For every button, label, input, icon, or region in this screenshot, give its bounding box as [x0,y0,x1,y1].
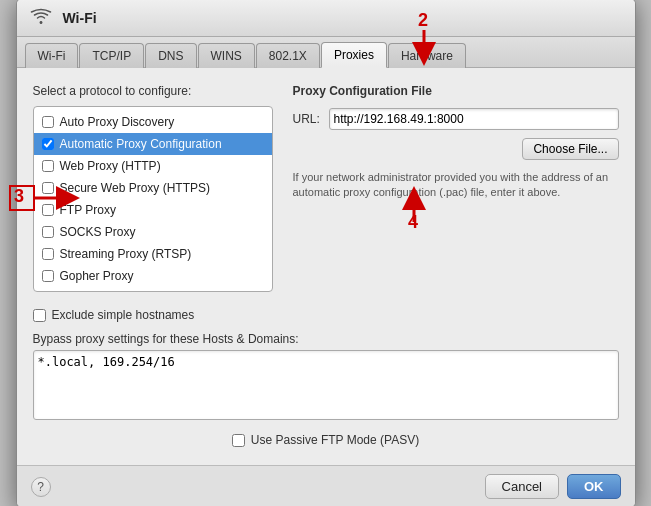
tab-wifi[interactable]: Wi-Fi [25,43,79,68]
protocol-socks-proxy[interactable]: SOCKS Proxy [34,221,272,243]
proxy-config-title: Proxy Configuration File [293,84,619,98]
streaming-proxy-checkbox[interactable] [42,248,54,260]
web-proxy-checkbox[interactable] [42,160,54,172]
protocol-section-label: Select a protocol to configure: [33,84,273,98]
protocol-automatic-proxy-config[interactable]: Automatic Proxy Configuration [34,133,272,155]
ok-button[interactable]: OK [567,474,621,499]
automatic-proxy-checkbox[interactable] [42,138,54,150]
url-label: URL: [293,112,321,126]
auto-proxy-checkbox[interactable] [42,116,54,128]
gopher-proxy-label: Gopher Proxy [60,269,134,283]
socks-proxy-label: SOCKS Proxy [60,225,136,239]
protocol-auto-proxy-discovery[interactable]: Auto Proxy Discovery [34,111,272,133]
url-input[interactable] [329,108,619,130]
ftp-proxy-checkbox[interactable] [42,204,54,216]
protocol-web-proxy[interactable]: Web Proxy (HTTP) [34,155,272,177]
tab-dns[interactable]: DNS [145,43,196,68]
choose-file-button[interactable]: Choose File... [522,138,618,160]
exclude-hostnames-checkbox[interactable] [33,309,46,322]
bypass-textarea[interactable]: *.local, 169.254/16 [33,350,619,420]
protocol-streaming-proxy[interactable]: Streaming Proxy (RTSP) [34,243,272,265]
web-proxy-label: Web Proxy (HTTP) [60,159,161,173]
passive-ftp-label: Use Passive FTP Mode (PASV) [251,433,419,447]
secure-web-proxy-checkbox[interactable] [42,182,54,194]
tab-tcpip[interactable]: TCP/IP [79,43,144,68]
passive-ftp-checkbox[interactable] [232,434,245,447]
protocol-ftp-proxy[interactable]: FTP Proxy [34,199,272,221]
automatic-proxy-label: Automatic Proxy Configuration [60,137,222,151]
window-title: Wi-Fi [63,10,97,26]
tab-proxies[interactable]: Proxies [321,42,387,68]
ftp-proxy-label: FTP Proxy [60,203,116,217]
protocol-gopher-proxy[interactable]: Gopher Proxy [34,265,272,287]
wifi-icon [29,7,53,28]
bypass-label: Bypass proxy settings for these Hosts & … [33,332,619,346]
protocol-secure-web-proxy[interactable]: Secure Web Proxy (HTTPS) [34,177,272,199]
help-button[interactable]: ? [31,477,51,497]
tab-wins[interactable]: WINS [198,43,255,68]
cancel-button[interactable]: Cancel [485,474,559,499]
tab-8021x[interactable]: 802.1X [256,43,320,68]
protocol-list: Auto Proxy Discovery Automatic Proxy Con… [33,106,273,292]
tab-hardware[interactable]: Hardware [388,43,466,68]
socks-proxy-checkbox[interactable] [42,226,54,238]
proxy-info-text: If your network administrator provided y… [293,170,619,201]
exclude-hostnames-label: Exclude simple hostnames [52,308,195,322]
tab-bar: Wi-Fi TCP/IP DNS WINS 802.1X Proxies Har… [17,37,635,68]
streaming-proxy-label: Streaming Proxy (RTSP) [60,247,192,261]
secure-web-proxy-label: Secure Web Proxy (HTTPS) [60,181,210,195]
gopher-proxy-checkbox[interactable] [42,270,54,282]
auto-proxy-label: Auto Proxy Discovery [60,115,175,129]
